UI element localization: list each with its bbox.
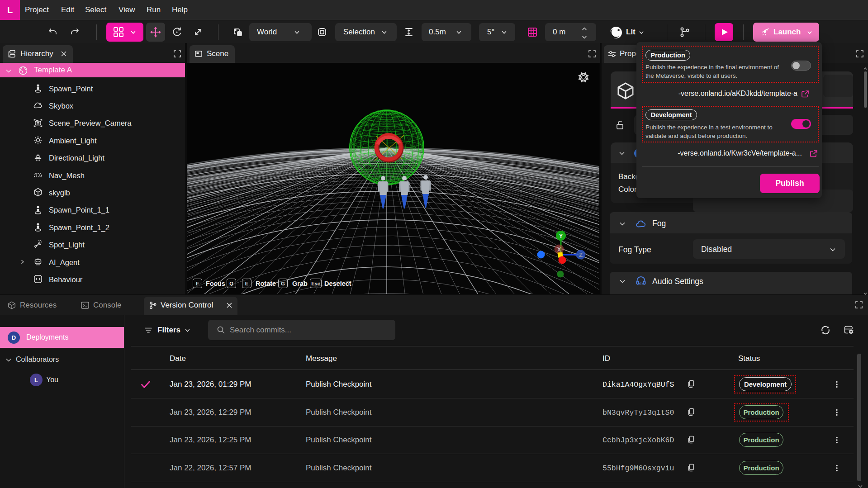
svg-text:Z: Z — [579, 251, 583, 258]
svg-text:Y: Y — [559, 232, 563, 239]
svg-text:X: X — [557, 246, 561, 253]
